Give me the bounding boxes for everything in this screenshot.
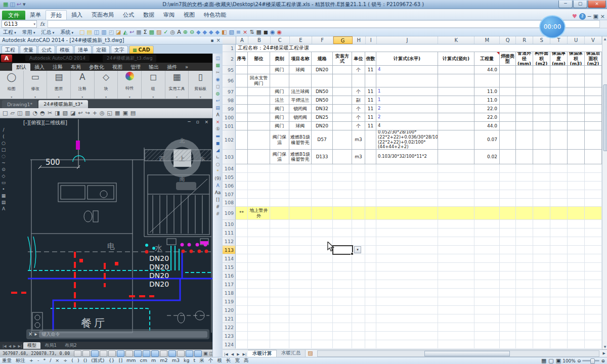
- cell-C97[interactable]: 阀门: [270, 87, 289, 96]
- cell-A100[interactable]: [236, 113, 248, 122]
- cell-R102[interactable]: [516, 130, 533, 150]
- cell-I118[interactable]: [365, 289, 376, 297]
- cell-A98[interactable]: [236, 96, 248, 105]
- column-header-M[interactable]: M: [474, 36, 500, 44]
- row-header-102[interactable]: 102: [223, 130, 236, 150]
- cell-B113[interactable]: [248, 246, 270, 254]
- cell-E109[interactable]: [289, 207, 312, 220]
- cell-K102[interactable]: [438, 130, 474, 150]
- cell-B116[interactable]: [248, 271, 270, 280]
- cell-H103[interactable]: m3: [352, 150, 365, 164]
- sheet-tab-1[interactable]: 水暖汇总: [277, 350, 306, 357]
- text-icon[interactable]: A: [2, 206, 5, 211]
- cell-S124[interactable]: [533, 340, 550, 349]
- status-toggle-3[interactable]: [100, 350, 107, 357]
- cell-B122[interactable]: [248, 323, 270, 332]
- cell-A116[interactable]: [236, 271, 248, 280]
- cell-T103[interactable]: [550, 150, 568, 164]
- cell-M120[interactable]: [474, 306, 500, 314]
- cell-U121[interactable]: [568, 314, 585, 323]
- cell-I119[interactable]: [365, 297, 376, 306]
- cell-Q99[interactable]: [500, 105, 516, 113]
- cell-B103[interactable]: [248, 150, 270, 164]
- cell-C116[interactable]: [270, 271, 289, 280]
- cell-H112[interactable]: [352, 237, 365, 246]
- row-header-118[interactable]: 118: [223, 289, 236, 297]
- cell-C104[interactable]: [270, 164, 289, 173]
- cell-U117[interactable]: [568, 280, 585, 289]
- font-icon[interactable]: Aa: [215, 190, 221, 195]
- cell-A102[interactable]: [236, 130, 248, 150]
- cell-F108[interactable]: [312, 199, 333, 207]
- cell-K106[interactable]: [438, 181, 474, 190]
- text-icon[interactable]: A: [216, 183, 219, 188]
- cell-B98[interactable]: [248, 96, 270, 105]
- cell-E117[interactable]: [289, 280, 312, 289]
- cell-R108[interactable]: [516, 199, 533, 207]
- cell-C114[interactable]: [270, 254, 289, 263]
- cell-J106[interactable]: [376, 181, 438, 190]
- chevron-down-icon[interactable]: ▾: [176, 96, 178, 99]
- cell-I104[interactable]: [365, 164, 376, 173]
- nav-down-icon[interactable]: ◆: [209, 29, 213, 35]
- window-zoom-icon[interactable]: ◱: [107, 110, 112, 116]
- cell-A105[interactable]: [236, 173, 248, 181]
- cell-G96[interactable]: [333, 74, 352, 87]
- cell-M95[interactable]: 44.0: [474, 66, 500, 74]
- cell-R118[interactable]: [516, 289, 533, 297]
- unit-button-10[interactable]: (): [81, 357, 89, 364]
- cell-S122[interactable]: [533, 323, 550, 332]
- cell-I124[interactable]: [365, 340, 376, 349]
- cell-V102[interactable]: [585, 130, 602, 150]
- cell-K122[interactable]: [438, 323, 474, 332]
- column-header-E[interactable]: E: [290, 36, 312, 44]
- cell-V114[interactable]: [585, 254, 602, 263]
- cell-F104[interactable]: [312, 164, 333, 173]
- cell-T117[interactable]: [550, 280, 568, 289]
- cell-V120[interactable]: [585, 306, 602, 314]
- cell-B124[interactable]: [248, 340, 270, 349]
- close-button[interactable]: ×: [588, 1, 606, 8]
- cell-C118[interactable]: [270, 289, 289, 297]
- cell-H111[interactable]: [352, 229, 365, 237]
- cell-J116[interactable]: [376, 271, 438, 280]
- cell-I110[interactable]: [365, 220, 376, 229]
- cad-panel-3[interactable]: A注释▾: [71, 71, 95, 99]
- cell-R124[interactable]: [516, 340, 533, 349]
- new-icon[interactable]: □: [3, 110, 8, 116]
- model-space-icon[interactable]: ▣: [203, 350, 208, 356]
- column-header-J[interactable]: J: [377, 36, 439, 44]
- favorite-icon[interactable]: ♥: [572, 14, 577, 20]
- cell-S104[interactable]: [533, 164, 550, 173]
- cell-Q96[interactable]: [500, 74, 516, 87]
- header-cell-R[interactable]: 管道外径(mm): [516, 52, 533, 66]
- cell-R104[interactable]: [516, 164, 533, 173]
- row-header-101[interactable]: 101: [223, 122, 236, 130]
- open-icon[interactable]: ▤: [86, 29, 92, 35]
- cell-K107[interactable]: [438, 190, 474, 199]
- cell-H117[interactable]: [352, 280, 365, 289]
- cell-H107[interactable]: [352, 190, 365, 199]
- cell-C113[interactable]: [270, 246, 289, 254]
- file-tab[interactable]: 文件: [2, 11, 25, 20]
- cell-V103[interactable]: [585, 150, 602, 164]
- cell-M99[interactable]: 22.0: [474, 105, 500, 113]
- cell-C107[interactable]: [270, 190, 289, 199]
- chevron-down-icon[interactable]: ▾: [58, 96, 60, 99]
- cell-J103[interactable]: 0.103/30*32/100*11*2: [376, 150, 438, 164]
- cell-J98[interactable]: 1: [376, 96, 438, 105]
- cell-I115[interactable]: [365, 263, 376, 271]
- row-header-115[interactable]: 115: [223, 263, 236, 271]
- cell-J102[interactable]: 0.052/30*28/100*(22*2+22)+0.036/30*28/10…: [376, 130, 438, 150]
- cell-M118[interactable]: [474, 289, 500, 297]
- cell-C105[interactable]: [270, 173, 289, 181]
- zoom-in-icon[interactable]: ⊕: [601, 358, 605, 363]
- cell-A114[interactable]: [236, 254, 248, 263]
- cell-U110[interactable]: [568, 220, 585, 229]
- cell-J123[interactable]: [376, 332, 438, 340]
- cell-H122[interactable]: [352, 323, 365, 332]
- cell-G98[interactable]: [333, 96, 352, 105]
- cell-G102[interactable]: [333, 130, 352, 150]
- cell-J107[interactable]: [376, 190, 438, 199]
- autocad-ribbon-tab-0[interactable]: 默认: [12, 63, 30, 71]
